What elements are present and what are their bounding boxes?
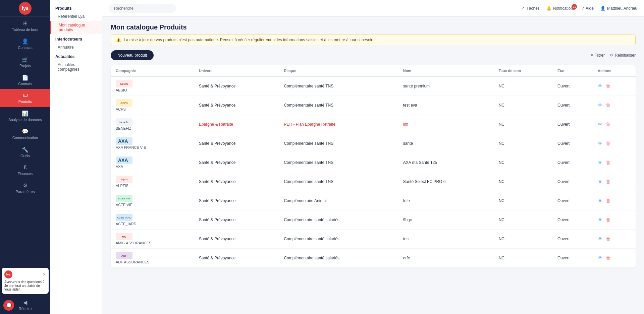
row-4-actions: 👁 🗑	[593, 153, 636, 172]
sidebar-item-dashboard[interactable]: ⊞ Tableau de bord	[0, 17, 50, 35]
company-name: AMIG ASSURANCES	[116, 241, 151, 245]
row-7-univers: Santé & Prévoyance	[194, 210, 279, 230]
company-logo: AXA	[116, 137, 132, 145]
reset-button[interactable]: ↺ Réinitialiser	[610, 53, 636, 58]
row-9-nom: erfe	[398, 249, 494, 268]
delete-button[interactable]: 🗑	[606, 122, 610, 127]
row-7-etat: Ouvert	[552, 210, 593, 230]
sidebar-item-analyse[interactable]: 📊 Analyse de données	[0, 107, 50, 125]
analyse-icon: 📊	[22, 110, 29, 117]
sub-item-actualites-compagnies[interactable]: Actualités compagnies	[50, 60, 102, 74]
sub-item-annuaire[interactable]: Annuaire	[50, 43, 102, 52]
sub-item-referentiel[interactable]: Référentiel Lya	[50, 12, 102, 21]
row-8-taux: NC	[494, 230, 552, 249]
view-button[interactable]: 👁	[598, 141, 602, 146]
sidebar-item-outils[interactable]: 🔧 Outils	[0, 143, 50, 161]
sidebar-item-produits[interactable]: 🏷 Produits	[0, 89, 50, 107]
sidebar-item-projets[interactable]: 🛒 Projets	[0, 53, 50, 71]
risque-link[interactable]: PER - Plan Epargne Retraite	[284, 122, 335, 127]
row-0-compagnie: AESIO AESIO	[111, 76, 194, 96]
parametres-icon: ⚙	[23, 182, 28, 189]
sidebar-label-finances: Finances	[18, 172, 33, 176]
company-logo: Alptis	[116, 176, 132, 183]
delete-button[interactable]: 🗑	[606, 103, 610, 108]
view-button[interactable]: 👁	[598, 122, 602, 127]
sidebar-item-contrats[interactable]: 📄 Contrats	[0, 71, 50, 89]
row-7-compagnie: ACTE IARD ACTE_IARD	[111, 210, 194, 230]
table-row: AXA AXA Santé & PrévoyanceComplémentaire…	[111, 153, 636, 172]
row-4-etat: Ouvert	[552, 153, 593, 172]
company-name: ACPS	[116, 107, 126, 111]
row-1-nom: test eva	[398, 96, 494, 115]
row-3-nom: santé	[398, 134, 494, 153]
view-button[interactable]: 👁	[598, 217, 602, 223]
sidebar-item-contacts[interactable]: 👤 Contacts	[0, 35, 50, 53]
help-button[interactable]: ? Aide	[582, 6, 594, 11]
univers-link[interactable]: Epargne & Retraite	[199, 122, 233, 127]
row-1-univers: Santé & Prévoyance	[194, 96, 279, 115]
finances-icon: €	[24, 165, 27, 171]
sidebar: lya ⊞ Tableau de bord👤 Contacts🛒 Projets…	[0, 0, 50, 314]
table-row: ACPS ACPS Santé & PrévoyanceComplémentai…	[111, 96, 636, 115]
delete-button[interactable]: 🗑	[606, 255, 610, 261]
row-6-etat: Ouvert	[552, 191, 593, 210]
row-1-etat: Ouvert	[552, 96, 593, 115]
delete-button[interactable]: 🗑	[606, 217, 610, 223]
chat-bot-button[interactable]: 💬	[3, 300, 14, 311]
sub-sidebar: ProduitsRéférentiel LyaMon catalogue pro…	[50, 0, 102, 314]
delete-button[interactable]: 🗑	[606, 179, 610, 184]
view-button[interactable]: 👁	[598, 255, 602, 261]
row-2-taux: NC	[494, 115, 552, 134]
chat-close-button[interactable]: ✕	[43, 272, 46, 277]
view-button[interactable]: 👁	[598, 83, 602, 89]
nom-link[interactable]: lim	[403, 122, 408, 127]
view-button[interactable]: 👁	[598, 198, 602, 203]
view-button[interactable]: 👁	[598, 103, 602, 108]
sidebar-item-parametres[interactable]: ⚙ Paramètres	[0, 179, 50, 197]
company-logo: ACPS	[116, 99, 132, 107]
col-header-taux_com: Taux de com	[494, 65, 552, 76]
new-product-button[interactable]: Nouveau produit	[111, 50, 154, 60]
row-4-nom: AXA ma Santé 125	[398, 153, 494, 172]
row-6-nom: fefe	[398, 191, 494, 210]
page-content: Mon catalogue Produits ⚠️ La mise à jour…	[102, 17, 644, 314]
user-button[interactable]: 👤 Matthieu Andrieu	[600, 6, 637, 11]
delete-button[interactable]: 🗑	[606, 160, 610, 165]
view-button[interactable]: 👁	[598, 179, 602, 184]
sub-item-mon-catalogue[interactable]: Mon catalogue produits	[50, 21, 102, 34]
delete-button[interactable]: 🗑	[606, 198, 610, 203]
svg-text:AXA: AXA	[118, 138, 128, 144]
delete-button[interactable]: 🗑	[606, 141, 610, 146]
products-table: CompagnieUniversRisqueNomTaux de comEtat…	[111, 65, 636, 268]
search-input[interactable]	[109, 4, 176, 13]
row-4-univers: Santé & Prévoyance	[194, 153, 279, 172]
notifications-button[interactable]: 🔔 Notifications 21	[546, 6, 575, 11]
delete-button[interactable]: 🗑	[606, 83, 610, 89]
delete-button[interactable]: 🗑	[606, 236, 610, 242]
row-2-compagnie: benefiz BENEFIZ	[111, 115, 194, 134]
view-button[interactable]: 👁	[598, 236, 602, 242]
row-9-univers: Santé & Prévoyance	[194, 249, 279, 268]
row-6-actions: 👁 🗑	[593, 191, 636, 210]
collapse-icon: ◀	[23, 299, 27, 306]
sidebar-label-dashboard: Tableau de bord	[12, 27, 39, 32]
row-2-nom: lim	[398, 115, 494, 134]
dashboard-icon: ⊞	[23, 20, 28, 26]
row-8-univers: Santé & Prévoyance	[194, 230, 279, 249]
projets-icon: 🛒	[22, 56, 29, 63]
filter-button[interactable]: ≡ Filtrer	[590, 53, 605, 58]
row-3-taux: NC	[494, 134, 552, 153]
row-7-taux: NC	[494, 210, 552, 230]
view-button[interactable]: 👁	[598, 160, 602, 165]
sidebar-item-communication[interactable]: 💬 Communication	[0, 125, 50, 143]
tasks-button[interactable]: ✓ Tâches	[521, 6, 539, 11]
row-5-compagnie: Alptis ALPTIS	[111, 172, 194, 191]
reset-label: Réinitialiser	[615, 53, 636, 58]
sidebar-item-finances[interactable]: € Finances	[0, 161, 50, 179]
col-header-compagnie: Compagnie	[111, 65, 194, 76]
sidebar-label-contacts: Contacts	[18, 46, 32, 50]
communication-icon: 💬	[22, 128, 29, 135]
table-row: AXA AXA FRANCE VIE Santé & PrévoyanceCom…	[111, 134, 636, 153]
row-7-nom: 9hgc	[398, 210, 494, 230]
row-9-actions: 👁 🗑	[593, 249, 636, 268]
